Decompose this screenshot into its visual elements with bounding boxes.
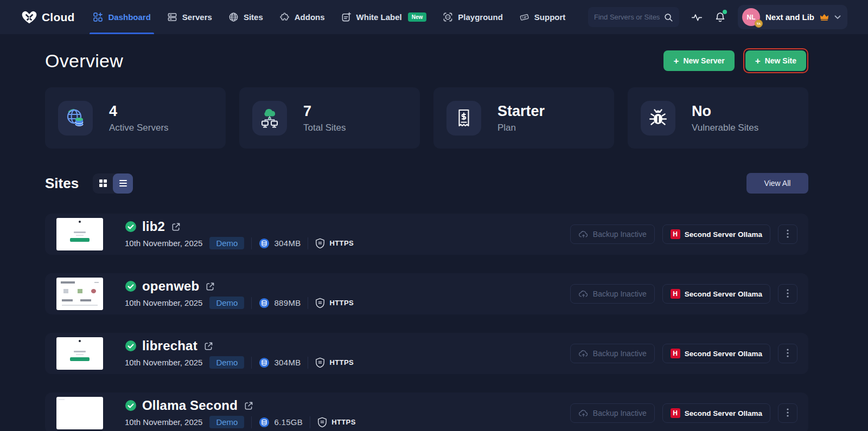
view-all-button[interactable]: View All (746, 173, 808, 194)
kebab-icon (787, 408, 789, 419)
database-icon (259, 357, 270, 368)
database-icon (259, 417, 270, 428)
site-thumbnail[interactable] (56, 278, 103, 310)
search-input[interactable] (594, 13, 663, 21)
nav-item-dashboard[interactable]: Dashboard (93, 0, 150, 34)
nav-item-playground[interactable]: Playground (443, 0, 503, 34)
stat-label: Plan (497, 123, 545, 133)
shield-icon (315, 298, 325, 308)
backup-status-label: Backup Inactive (593, 230, 647, 239)
site-name[interactable]: librechat (142, 338, 197, 353)
stat-label: Vulnerable Sites (692, 123, 758, 133)
divider (308, 357, 308, 369)
nav-item-label: Addons (295, 12, 325, 22)
demo-badge: Demo (209, 297, 244, 309)
site-date: 10th November, 2025 (125, 417, 202, 427)
backup-status-pill[interactable]: Backup Inactive (570, 284, 655, 304)
site-row-ollama-second: Ollama Second10th November, 2025Demo6.15… (45, 393, 808, 431)
nav-item-white-label[interactable]: White LabelNew (341, 0, 427, 34)
ticket-icon (519, 12, 529, 22)
site-thumbnail[interactable] (56, 337, 103, 370)
row-menu-button[interactable] (778, 403, 797, 423)
demo-badge: Demo (209, 237, 244, 249)
shield-icon (317, 417, 327, 428)
activity-icon[interactable] (691, 11, 703, 23)
main-nav: DashboardServersSitesAddonsWhite LabelNe… (93, 0, 565, 34)
nav-item-label: Support (534, 12, 566, 22)
site-size: 6.15GB (274, 417, 303, 427)
new-server-button[interactable]: + New Server (663, 50, 734, 71)
row-menu-button[interactable] (778, 344, 797, 363)
server-label: Second Server Ollama (685, 350, 762, 358)
site-list: lib210th November, 2025Demo304MBHTTPSBac… (45, 214, 808, 431)
nav-item-addons[interactable]: Addons (279, 0, 325, 34)
server-pill[interactable]: HSecond Server Ollama (662, 224, 770, 244)
server-label: Second Server Ollama (685, 409, 762, 417)
protocol-badge: HTTPS (329, 239, 354, 247)
database-icon (259, 298, 270, 308)
row-menu-button[interactable] (778, 224, 797, 244)
nav-item-label: Playground (458, 12, 503, 22)
document-plus-icon (341, 12, 352, 22)
external-link-icon[interactable] (244, 401, 253, 410)
stat-card-vulnerable-sites: NoVulnerable Sites (628, 87, 808, 149)
backup-status-pill[interactable]: Backup Inactive (570, 403, 655, 423)
external-link-icon[interactable] (171, 222, 181, 231)
kebab-icon (787, 289, 789, 299)
hetzner-icon: H (671, 408, 680, 418)
list-view-button[interactable] (113, 173, 133, 194)
search-icon[interactable] (663, 12, 673, 22)
external-link-icon[interactable] (204, 342, 213, 351)
row-menu-button[interactable] (778, 284, 797, 304)
bug-icon (641, 101, 675, 136)
avatar: NL TA (742, 8, 760, 26)
cloud-backup-icon (578, 290, 589, 298)
backup-status-pill[interactable]: Backup Inactive (570, 344, 655, 363)
user-name: Next and Lib (765, 12, 814, 22)
shield-icon (315, 238, 325, 249)
server-pill[interactable]: HSecond Server Ollama (662, 344, 770, 363)
chevron-down-icon (834, 15, 841, 20)
new-site-label: New Site (765, 56, 796, 65)
puzzle-icon (279, 12, 290, 22)
server-label: Second Server Ollama (685, 290, 762, 298)
heart-logo-icon (21, 10, 38, 24)
brand-logo[interactable]: Cloud (21, 10, 74, 24)
backup-status-label: Backup Inactive (593, 349, 647, 358)
search-box[interactable] (588, 7, 679, 27)
site-name[interactable]: openweb (142, 279, 199, 294)
stat-value: Starter (497, 102, 545, 121)
server-pill[interactable]: HSecond Server Ollama (662, 403, 770, 423)
cloud-network-icon (252, 101, 287, 136)
server-label: Second Server Ollama (685, 230, 762, 239)
status-check-icon (125, 340, 137, 352)
hetzner-icon: H (671, 229, 680, 239)
status-check-icon (125, 400, 137, 411)
grid-view-button[interactable] (93, 173, 113, 194)
stat-card-active-servers: 4Active Servers (45, 87, 226, 149)
site-thumbnail[interactable] (56, 397, 103, 429)
external-link-icon[interactable] (206, 282, 215, 291)
globe-database-icon (58, 101, 93, 136)
nav-item-support[interactable]: Support (519, 0, 566, 34)
server-pill[interactable]: HSecond Server Ollama (662, 284, 770, 304)
cloud-backup-icon (578, 409, 589, 417)
new-site-button[interactable]: + New Site (745, 50, 806, 71)
protocol-badge: HTTPS (329, 299, 354, 307)
site-thumbnail[interactable] (56, 218, 103, 250)
shield-icon (315, 357, 325, 368)
site-name[interactable]: lib2 (142, 219, 165, 234)
notification-dot (723, 10, 727, 14)
nav-item-servers[interactable]: Servers (167, 0, 212, 34)
notifications-bell-icon[interactable] (714, 11, 726, 23)
site-name[interactable]: Ollama Second (142, 398, 238, 413)
stat-value: 4 (109, 102, 169, 121)
user-menu[interactable]: NL TA Next and Lib (738, 5, 847, 29)
backup-status-pill[interactable]: Backup Inactive (570, 224, 655, 244)
kebab-icon (787, 229, 789, 240)
protocol-badge: HTTPS (329, 358, 354, 366)
site-row-openweb: openweb10th November, 2025Demo889MBHTTPS… (45, 273, 808, 314)
backup-status-label: Backup Inactive (593, 290, 647, 298)
nav-item-sites[interactable]: Sites (228, 0, 263, 34)
demo-badge: Demo (209, 356, 244, 369)
